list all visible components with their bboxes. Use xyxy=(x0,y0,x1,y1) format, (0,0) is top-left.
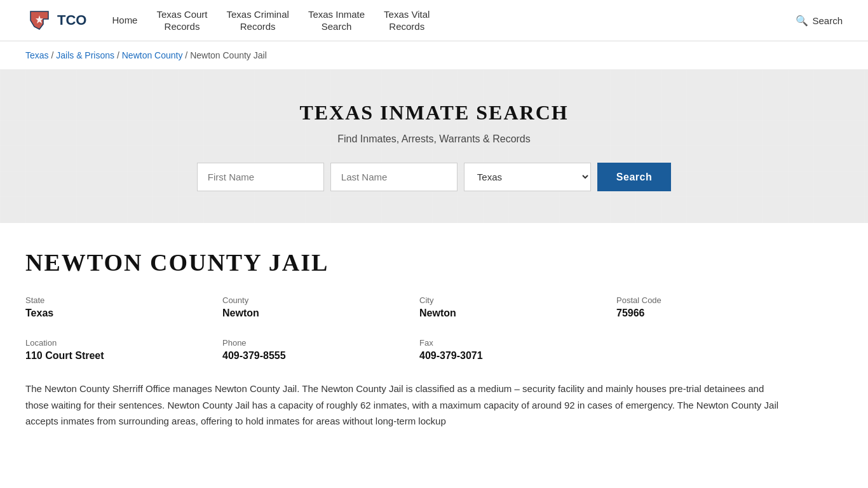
hero-section: TEXAS INMATE SEARCH Find Inmates, Arrest… xyxy=(0,69,868,223)
header: TCO Home Texas Court Records Texas Crimi… xyxy=(0,0,868,41)
fax-value: 409-379-3071 xyxy=(419,350,483,361)
breadcrumb: Texas / Jails & Prisons / Newton County … xyxy=(0,41,868,69)
state-label: State xyxy=(25,295,210,305)
last-name-input[interactable] xyxy=(330,163,458,191)
breadcrumb-county[interactable]: Newton County xyxy=(122,50,183,60)
first-name-input[interactable] xyxy=(197,163,324,191)
search-icon: 🔍 xyxy=(796,15,808,27)
postal-value: 75966 xyxy=(616,308,645,318)
search-form: TexasAlabamaAlaskaArizonaArkansasCalifor… xyxy=(13,163,855,191)
logo-icon xyxy=(25,6,53,34)
postal-field: Postal Code 75966 xyxy=(616,295,801,319)
city-value: Newton xyxy=(419,308,456,318)
breadcrumb-sep3: / xyxy=(182,50,190,60)
facility-description: The Newton County Sherriff Office manage… xyxy=(25,381,788,430)
fax-field: Fax 409-379-3071 xyxy=(419,338,604,362)
state-select[interactable]: TexasAlabamaAlaskaArizonaArkansasCalifor… xyxy=(464,163,591,191)
breadcrumb-jails[interactable]: Jails & Prisons xyxy=(56,50,114,60)
info-grid-row2: Location 110 Court Street Phone 409-379-… xyxy=(25,338,801,362)
nav-vital-records[interactable]: Texas Vital Records xyxy=(384,8,430,33)
nav-inmate-search[interactable]: Texas Inmate Search xyxy=(308,8,365,33)
logo-text: TCO xyxy=(57,12,86,29)
county-label: County xyxy=(222,295,407,305)
nav-search[interactable]: 🔍 Search xyxy=(796,15,843,27)
breadcrumb-current: Newton County Jail xyxy=(190,50,267,60)
postal-label: Postal Code xyxy=(616,295,801,305)
location-value: 110 Court Street xyxy=(25,350,104,361)
county-value: Newton xyxy=(222,308,259,318)
main-content: NEWTON COUNTY JAIL State Texas County Ne… xyxy=(0,223,826,468)
nav-home[interactable]: Home xyxy=(112,14,137,27)
breadcrumb-texas[interactable]: Texas xyxy=(25,50,49,60)
phone-field: Phone 409-379-8555 xyxy=(222,338,407,362)
city-label: City xyxy=(419,295,604,305)
nav-criminal-records[interactable]: Texas Criminal Records xyxy=(227,8,289,33)
nav-court-records[interactable]: Texas Court Records xyxy=(156,8,207,33)
county-field: County Newton xyxy=(222,295,407,319)
city-field: City Newton xyxy=(419,295,604,319)
nav-search-label: Search xyxy=(812,15,843,26)
hero-title: TEXAS INMATE SEARCH xyxy=(13,101,855,125)
facility-title: NEWTON COUNTY JAIL xyxy=(25,248,801,276)
location-label: Location xyxy=(25,338,210,348)
location-field: Location 110 Court Street xyxy=(25,338,210,362)
info-grid-row1: State Texas County Newton City Newton Po… xyxy=(25,295,801,319)
breadcrumb-sep1: / xyxy=(49,50,57,60)
hero-subtitle: Find Inmates, Arrests, Warrants & Record… xyxy=(13,133,855,145)
phone-label: Phone xyxy=(222,338,407,348)
main-nav: Home Texas Court Records Texas Criminal … xyxy=(112,8,843,33)
breadcrumb-sep2: / xyxy=(114,50,122,60)
state-field: State Texas xyxy=(25,295,210,319)
empty-field xyxy=(616,338,801,362)
phone-value: 409-379-8555 xyxy=(222,350,286,361)
logo[interactable]: TCO xyxy=(25,6,86,34)
fax-label: Fax xyxy=(419,338,604,348)
state-value: Texas xyxy=(25,308,53,318)
search-button[interactable]: Search xyxy=(597,163,671,191)
